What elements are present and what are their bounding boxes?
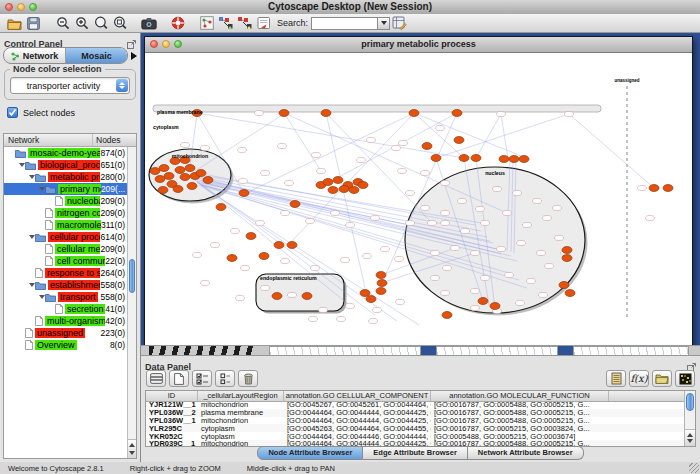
network-node-orange[interactable]	[180, 174, 190, 181]
network-tree-row[interactable]: establishment of lo558(0)	[4, 279, 127, 291]
expander-triangle-icon[interactable]	[18, 163, 25, 167]
network-node-orange[interactable]	[366, 296, 376, 303]
network-node-orange[interactable]	[323, 179, 333, 186]
network-node-white[interactable]	[451, 245, 460, 250]
network-node-white[interactable]	[431, 250, 440, 255]
network-node-orange[interactable]	[164, 173, 174, 180]
network-node-white[interactable]	[312, 152, 321, 157]
network-tree-row[interactable]: macromolecule311(0)	[4, 219, 127, 231]
snapshot-camera-icon[interactable]	[139, 15, 158, 31]
network-node-orange[interactable]	[454, 137, 464, 144]
expander-triangle-icon[interactable]	[28, 175, 35, 179]
network-node-white[interactable]	[231, 228, 240, 233]
network-node-orange[interactable]	[376, 288, 386, 295]
network-node-white[interactable]	[497, 111, 506, 116]
network-node-white[interactable]	[288, 292, 297, 297]
network-window-titlebar[interactable]: primary metabolic process	[145, 37, 692, 53]
network-node-white[interactable]	[357, 157, 366, 162]
network-tree-row[interactable]: multi-organism pro42(0)	[4, 315, 127, 327]
network-tree-row[interactable]: response to stimulu264(0)	[4, 267, 127, 279]
network-node-white[interactable]	[261, 170, 270, 175]
close-button[interactable]	[5, 3, 13, 11]
network-tree-row[interactable]: nitrogen compo209(0)	[4, 207, 127, 219]
network-node-orange[interactable]	[431, 155, 441, 162]
network-node-white[interactable]	[646, 215, 655, 220]
delete-attribute-trash-icon[interactable]	[238, 370, 258, 387]
network-tree-row[interactable]: primary metabo209(...	[4, 183, 127, 195]
tab-edge-attribute-browser[interactable]: Edge Attribute Browser	[363, 446, 467, 460]
network-node-orange[interactable]	[459, 155, 469, 162]
network-node-orange[interactable]	[158, 187, 168, 194]
network-node-orange[interactable]	[203, 177, 213, 184]
network-node-orange[interactable]	[562, 255, 572, 262]
tree-scrollbar-arrows[interactable]	[128, 439, 136, 458]
hidden-window-fragment[interactable]	[269, 346, 421, 355]
network-tree-row[interactable]: nucleobase-209(0)	[4, 195, 127, 207]
network-node-white[interactable]	[421, 205, 430, 210]
search-dropdown-arrow[interactable]	[377, 17, 390, 30]
expander-triangle-icon[interactable]	[28, 283, 35, 287]
network-node-white[interactable]	[311, 265, 320, 270]
network-view-window[interactable]: primary metabolic process plasma membran…	[144, 36, 693, 347]
network-tree-row[interactable]: metabolic process280(0)	[4, 171, 127, 183]
network-node-white[interactable]	[406, 190, 415, 195]
node-color-attribute-select[interactable]: transporter activity	[10, 77, 130, 94]
zoom-in-icon[interactable]	[72, 15, 91, 31]
network-tree-row[interactable]: unassigned223(0)	[4, 327, 127, 339]
network-node-white[interactable]	[533, 198, 542, 203]
attribute-batch-editor-icon[interactable]	[606, 370, 626, 387]
network-node-orange[interactable]	[478, 298, 488, 305]
network-node-white[interactable]	[346, 303, 355, 308]
network-node-white[interactable]	[493, 186, 502, 191]
network-canvas[interactable]: plasma membranecytoplasmmitochondrionnuc…	[145, 53, 692, 346]
tab-network[interactable]: Network	[4, 48, 66, 63]
network-node-orange[interactable]	[279, 110, 289, 117]
function-builder-icon[interactable]: f(x)	[629, 370, 649, 387]
network-node-white[interactable]	[381, 246, 390, 251]
network-node-white[interactable]	[471, 305, 480, 310]
network-tree-row[interactable]: cellular process614(0)	[4, 231, 127, 243]
network-node-white[interactable]	[346, 222, 355, 227]
network-close-button[interactable]	[150, 40, 158, 48]
network-node-orange[interactable]	[185, 165, 195, 172]
select-attributes-icon[interactable]	[192, 370, 212, 387]
network-node-white[interactable]	[363, 253, 372, 258]
network-node-white[interactable]	[201, 145, 210, 150]
network-node-orange[interactable]	[246, 233, 256, 240]
network-node-white[interactable]	[481, 275, 490, 280]
help-lifebuoy-icon[interactable]	[168, 15, 187, 31]
network-minimize-button[interactable]	[162, 40, 170, 48]
network-node-white[interactable]	[256, 220, 265, 225]
network-node-orange[interactable]	[360, 290, 370, 297]
save-icon[interactable]	[24, 15, 43, 31]
network-node-orange[interactable]	[409, 110, 419, 117]
network-node-orange[interactable]	[339, 186, 349, 193]
network-node-orange[interactable]	[150, 168, 160, 175]
network-node-white[interactable]	[399, 140, 408, 145]
network-node-white[interactable]	[281, 258, 290, 263]
search-input[interactable]	[311, 17, 377, 30]
network-node-white[interactable]	[537, 250, 546, 255]
network-node-white[interactable]	[317, 168, 326, 173]
network-node-white[interactable]	[555, 235, 564, 240]
matrix-view-icon[interactable]	[675, 370, 695, 387]
network-node-white[interactable]	[373, 307, 382, 312]
network-node-white[interactable]	[443, 265, 452, 270]
import-attributes-icon[interactable]	[390, 15, 409, 31]
table-scrollbar[interactable]	[684, 391, 695, 446]
network-node-orange[interactable]	[509, 156, 519, 163]
network-node-white[interactable]	[428, 220, 437, 225]
network-tree-row[interactable]: secretion41(0)	[4, 303, 127, 315]
network-node-orange[interactable]	[302, 293, 312, 300]
network-node-white[interactable]	[398, 168, 407, 173]
network-node-white[interactable]	[337, 316, 346, 321]
expander-triangle-icon[interactable]	[38, 187, 45, 191]
network-node-white[interactable]	[406, 220, 415, 225]
unselect-attributes-icon[interactable]	[215, 370, 235, 387]
network-node-white[interactable]	[306, 218, 315, 223]
network-node-white[interactable]	[331, 210, 340, 215]
network-node-white[interactable]	[513, 190, 522, 195]
network-zoom-button[interactable]	[174, 40, 182, 48]
select-edges-network-icon[interactable]	[235, 15, 254, 31]
tree-scrollbar[interactable]	[127, 147, 136, 458]
